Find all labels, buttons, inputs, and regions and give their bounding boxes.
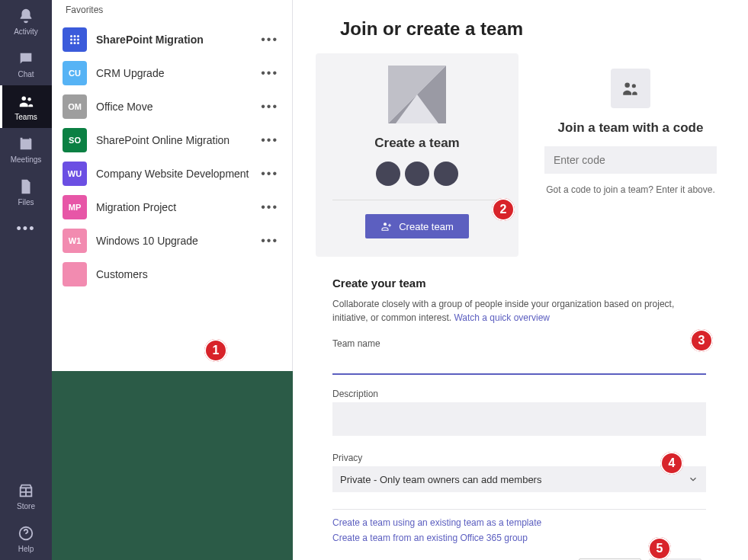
team-avatar	[63, 27, 87, 52]
svg-point-11	[74, 42, 76, 44]
team-avatar: WU	[63, 162, 87, 186]
description-input[interactable]	[332, 402, 706, 436]
cards-row: Create a team Create team Join a team wi…	[293, 53, 748, 257]
description-label: Description	[316, 389, 724, 399]
rail-activity-label: Activity	[14, 27, 38, 36]
team-row[interactable]: W1 Windows 10 Upgrade •••	[52, 224, 292, 258]
team-label: Customers	[96, 268, 281, 280]
team-more-icon[interactable]: •••	[258, 66, 281, 80]
team-row[interactable]: MP Migration Project •••	[52, 190, 292, 224]
rail-teams-label: Teams	[14, 113, 37, 121]
bell-icon	[18, 8, 34, 24]
team-row[interactable]: CU CRM Upgrade •••	[52, 56, 292, 90]
team-row[interactable]: WU Company Website Development •••	[52, 157, 292, 190]
svg-point-12	[77, 42, 79, 44]
team-more-icon[interactable]: •••	[258, 234, 281, 248]
create-team-card: Create a team Create team	[316, 53, 518, 257]
annotation-2: 2	[492, 198, 515, 221]
team-avatar: CU	[63, 61, 87, 85]
overview-link[interactable]: Watch a quick overview	[454, 312, 550, 323]
avatar-icon	[434, 162, 458, 186]
svg-point-1	[27, 98, 30, 101]
team-label: Windows 10 Upgrade	[96, 235, 258, 247]
team-avatar: SO	[63, 128, 87, 152]
svg-point-8	[74, 39, 76, 41]
teams-small-icon	[621, 78, 640, 98]
team-more-icon[interactable]: •••	[258, 100, 281, 114]
form-title: Create your team	[316, 277, 724, 290]
rail-files-label: Files	[18, 198, 34, 206]
svg-point-16	[384, 222, 387, 226]
svg-point-18	[632, 84, 636, 88]
svg-point-10	[70, 42, 72, 44]
svg-point-9	[77, 39, 79, 41]
team-more-icon[interactable]: •••	[258, 133, 281, 147]
chat-icon	[18, 50, 34, 67]
rail-help-label: Help	[18, 545, 34, 553]
rail-files[interactable]: Files	[0, 171, 52, 213]
team-more-icon[interactable]: •••	[258, 33, 281, 46]
svg-point-5	[74, 35, 76, 37]
files-icon	[18, 178, 34, 195]
code-hint: Got a code to join a team? Enter it abov…	[546, 184, 714, 195]
page-title: Join or create a team	[293, 0, 748, 53]
svg-point-0	[22, 96, 27, 100]
calendar-icon	[18, 136, 34, 152]
teams-icon	[18, 93, 34, 110]
create-team-form: Create your team Collaborate closely wit…	[316, 277, 724, 560]
rail-more[interactable]: •••	[17, 213, 36, 244]
team-row[interactable]: SO SharePoint Online Migration •••	[52, 123, 292, 157]
avatar-icon	[405, 162, 429, 186]
store-icon	[18, 482, 34, 499]
join-icon-box	[611, 69, 650, 108]
template-existing-team-link[interactable]: Create a team using an existing team as …	[332, 517, 708, 528]
main-content: Join or create a team Create a team Crea…	[293, 0, 748, 560]
rail-meetings-label: Meetings	[11, 155, 42, 164]
avatar-icon	[376, 162, 400, 186]
team-avatar: OM	[63, 94, 87, 119]
app-rail: Activity Chat Teams Meetings Files ••• S…	[0, 0, 52, 560]
privacy-value: Private - Only team owners can add membe…	[340, 474, 541, 485]
team-name-label: Team name	[316, 338, 724, 349]
team-name-input[interactable]	[332, 352, 706, 375]
rail-store[interactable]: Store	[0, 475, 52, 517]
form-description: Collaborate closely with a group of peop…	[316, 297, 724, 325]
team-more-icon[interactable]: •••	[258, 167, 281, 181]
divider	[332, 509, 706, 510]
annotation-3: 3	[690, 329, 713, 352]
rail-teams[interactable]: Teams	[0, 85, 52, 128]
team-more-icon[interactable]: •••	[258, 200, 281, 214]
rail-chat-label: Chat	[18, 70, 34, 78]
team-label: SharePoint Migration	[96, 34, 258, 46]
team-row[interactable]: Customers	[52, 258, 292, 291]
rail-chat[interactable]: Chat	[0, 43, 52, 85]
team-row[interactable]: SharePoint Migration •••	[52, 23, 292, 56]
svg-point-7	[70, 39, 72, 41]
svg-point-17	[624, 82, 630, 88]
chevron-down-icon	[688, 474, 698, 485]
create-card-title: Create a team	[374, 136, 460, 151]
team-row[interactable]: OM Office Move •••	[52, 90, 292, 123]
annotation-5: 5	[648, 537, 671, 560]
add-people-icon	[380, 220, 393, 232]
team-avatar	[63, 262, 87, 286]
team-label: Office Move	[96, 101, 258, 113]
team-label: Migration Project	[96, 201, 258, 213]
help-icon	[18, 525, 34, 542]
rail-help[interactable]: Help	[0, 517, 52, 560]
team-label: CRM Upgrade	[96, 67, 258, 79]
rail-activity[interactable]: Activity	[0, 0, 52, 43]
annotation-4: 4	[660, 452, 683, 475]
team-avatar: W1	[63, 229, 87, 253]
rail-meetings[interactable]: Meetings	[0, 128, 52, 171]
code-input[interactable]	[544, 146, 717, 174]
rail-store-label: Store	[17, 502, 35, 510]
section-favorites: Favorites	[52, 0, 292, 23]
team-label: SharePoint Online Migration	[96, 134, 258, 146]
team-label: Company Website Development	[96, 168, 258, 180]
create-team-button-label: Create team	[399, 221, 454, 232]
privacy-select[interactable]: Private - Only team owners can add membe…	[332, 466, 706, 492]
placeholder-image-icon	[388, 66, 446, 123]
create-team-button[interactable]: Create team	[365, 214, 469, 238]
annotation-1: 1	[204, 339, 227, 362]
